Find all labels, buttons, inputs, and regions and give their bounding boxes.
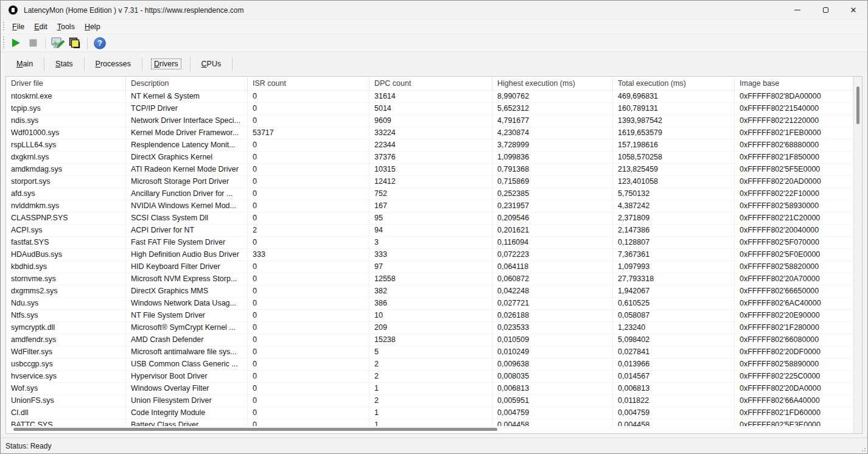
cell-driver-file: usbccgp.sys <box>6 358 126 370</box>
table-row[interactable]: dxgmms2.sys DirectX Graphics MMS 0 382 0… <box>6 285 853 298</box>
table-row[interactable]: rspLLL64.sys Resplendence Latency Monit.… <box>6 139 853 152</box>
table-row[interactable]: Ndu.sys Windows Network Data Usag... 0 3… <box>6 298 853 310</box>
table-row[interactable]: afd.sys Ancillary Function Driver for ..… <box>6 188 853 200</box>
horizontal-scrollbar[interactable] <box>6 426 853 433</box>
cell-dpc-count: 12558 <box>369 273 492 285</box>
cell-total-execution: 1393,987542 <box>613 115 735 127</box>
cell-image-base: 0xFFFFF802'20AD0000 <box>735 176 853 187</box>
maximize-icon <box>823 7 828 13</box>
cell-dpc-count: 382 <box>369 285 492 297</box>
resize-grip[interactable] <box>859 445 866 452</box>
close-button[interactable]: ✕ <box>839 1 867 19</box>
cell-description: Microsoft antimalware file sys... <box>126 346 248 358</box>
cell-description: DirectX Graphics MMS <box>126 285 248 297</box>
cell-driver-file: amdkmdag.sys <box>6 164 126 175</box>
menu-edit[interactable]: Edit <box>29 21 52 32</box>
cell-highest-execution: 4,230874 <box>492 127 613 139</box>
table-row[interactable]: UnionFS.sys Union Filesystem Driver 0 2 … <box>6 395 853 407</box>
cell-isr-count: 0 <box>248 407 369 419</box>
table-row[interactable]: Ntfs.sys NT File System Driver 0 10 0,02… <box>6 310 853 322</box>
vertical-scrollbar-thumb[interactable] <box>856 86 859 124</box>
cell-description: Network Driver Interface Speci... <box>126 115 248 127</box>
table-row[interactable]: stornvme.sys Microsoft NVM Express Storp… <box>6 273 853 285</box>
cell-isr-count: 0 <box>248 285 369 297</box>
table-row[interactable]: nvlddmkm.sys NVIDIA Windows Kernel Mod..… <box>6 200 853 212</box>
cell-driver-file: dxgmms2.sys <box>6 285 126 297</box>
cell-total-execution: 1,942067 <box>613 285 735 297</box>
column-header-driver-file[interactable]: Driver file <box>6 77 126 90</box>
menu-file[interactable]: File <box>7 21 29 32</box>
rebar-gripper[interactable] <box>3 22 4 31</box>
table-row[interactable]: amdkmdag.sys ATI Radeon Kernel Mode Driv… <box>6 164 853 176</box>
table-row[interactable]: HDAudBus.sys High Definition Audio Bus D… <box>6 249 853 261</box>
menu-bar: File Edit Tools Help <box>1 19 867 33</box>
table-row[interactable]: CI.dll Code Integrity Module 0 1 0,00475… <box>6 407 853 419</box>
cell-total-execution: 2,371809 <box>613 212 735 224</box>
table-row[interactable]: symcryptk.dll Microsoft® SymCrypt Kernel… <box>6 322 853 334</box>
cell-isr-count: 0 <box>248 115 369 127</box>
cell-image-base: 0xFFFFF802'20DF0000 <box>735 346 853 358</box>
table-row[interactable]: storport.sys Microsoft Storage Port Driv… <box>6 176 853 188</box>
tab-processes[interactable]: Processes <box>85 57 142 71</box>
tab-stats[interactable]: Stats <box>44 57 85 71</box>
table-row[interactable]: dxgkrnl.sys DirectX Graphics Kernel 0 37… <box>6 152 853 164</box>
cell-image-base: 0xFFFFF802'58930000 <box>735 200 853 212</box>
report-button[interactable] <box>49 35 66 51</box>
tab-main[interactable]: Main <box>5 57 44 71</box>
cell-isr-count: 0 <box>248 176 369 187</box>
rebar-gripper[interactable] <box>3 37 4 49</box>
cell-image-base: 0xFFFFF802'68880000 <box>735 139 853 151</box>
cell-highest-execution: 0,006813 <box>492 383 613 394</box>
cell-description: Union Filesystem Driver <box>126 395 248 407</box>
column-header-isr-count[interactable]: ISR count <box>248 77 369 90</box>
cell-image-base: 0xFFFFF802'58820000 <box>735 261 853 273</box>
table-row[interactable]: hvservice.sys Hypervisor Boot Driver 0 2… <box>6 371 853 383</box>
tab-drivers[interactable]: Drivers <box>142 57 191 71</box>
cell-highest-execution: 0,023533 <box>492 322 613 334</box>
table-row[interactable]: Wof.sys Windows Overlay Filter 0 1 0,006… <box>6 383 853 395</box>
cell-dpc-count: 2 <box>369 395 492 407</box>
table-row[interactable]: fastfat.SYS Fast FAT File System Driver … <box>6 237 853 249</box>
table-row[interactable]: ntoskrnl.exe NT Kernel & System 0 31614 … <box>6 91 853 103</box>
column-header-description[interactable]: Description <box>126 77 248 90</box>
cell-description: ATI Radeon Kernel Mode Driver <box>126 164 248 175</box>
table-row[interactable]: amdfendr.sys AMD Crash Defender 0 15238 … <box>6 334 853 346</box>
stop-monitor-button[interactable] <box>24 35 41 51</box>
cell-isr-count: 0 <box>248 261 369 273</box>
cell-highest-execution: 0,004759 <box>492 407 613 419</box>
minimize-button[interactable] <box>783 1 811 19</box>
start-monitor-button[interactable] <box>7 35 24 51</box>
table-row[interactable]: usbccgp.sys USB Common Class Generic ...… <box>6 358 853 371</box>
menu-help[interactable]: Help <box>80 21 105 32</box>
tab-cpus[interactable]: CPUs <box>191 57 233 71</box>
window-title: LatencyMon (Home Edition ) v 7.31 - http… <box>24 6 244 15</box>
cell-highest-execution: 0,252385 <box>492 188 613 200</box>
column-header-image-base[interactable]: Image base <box>735 77 853 90</box>
vertical-scrollbar[interactable] <box>853 77 862 433</box>
help-button[interactable]: ? <box>91 35 108 51</box>
table-row[interactable]: WdFilter.sys Microsoft antimalware file … <box>6 346 853 358</box>
cell-description: NT File System Driver <box>126 310 248 321</box>
table-row[interactable]: Wdf01000.sys Kernel Mode Driver Framewor… <box>6 127 853 139</box>
cell-total-execution: 0,610525 <box>613 298 735 309</box>
table-row[interactable]: kbdhid.sys HID Keyboard Filter Driver 0 … <box>6 261 853 273</box>
window-controls: ✕ <box>783 1 867 19</box>
drivers-table: Driver file Description ISR count DPC co… <box>5 76 863 434</box>
cell-isr-count: 0 <box>248 310 369 321</box>
table-row[interactable]: tcpip.sys TCP/IP Driver 0 5014 5,652312 … <box>6 103 853 115</box>
table-row[interactable]: ACPI.sys ACPI Driver for NT 2 94 0,20162… <box>6 225 853 237</box>
horizontal-scrollbar-thumb[interactable] <box>13 428 497 431</box>
title-bar[interactable]: LatencyMon (Home Edition ) v 7.31 - http… <box>1 1 867 19</box>
table-row[interactable]: CLASSPNP.SYS SCSI Class System Dll 0 95 … <box>6 212 853 225</box>
table-row[interactable]: ndis.sys Network Driver Interface Speci.… <box>6 115 853 127</box>
cell-image-base: 0xFFFFF802'21220000 <box>735 115 853 127</box>
column-header-total-execution[interactable]: Total execution (ms) <box>613 77 735 90</box>
menu-tools[interactable]: Tools <box>52 21 80 32</box>
cell-image-base: 0xFFFFF802'8DA00000 <box>735 91 853 102</box>
column-header-dpc-count[interactable]: DPC count <box>369 77 492 90</box>
column-header-highest-execution[interactable]: Highest execution (ms) <box>492 77 613 90</box>
copy-button[interactable] <box>66 35 83 51</box>
maximize-button[interactable] <box>811 1 839 19</box>
table-row[interactable]: BATTC.SYS Battery Class Driver 0 1 0,004… <box>6 419 853 426</box>
cell-highest-execution: 0,209546 <box>492 212 613 224</box>
